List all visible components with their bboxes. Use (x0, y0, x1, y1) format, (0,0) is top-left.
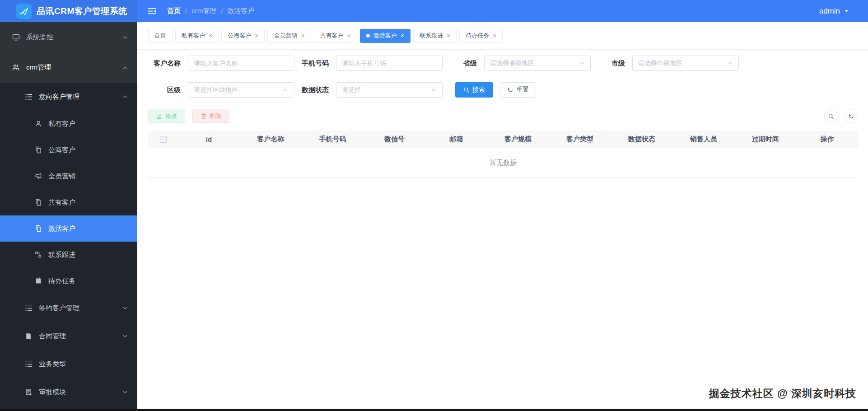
filter-field-city: 市级请选择市级地区 (593, 56, 739, 71)
tab-close-icon[interactable]: × (347, 33, 351, 39)
customer-name-input[interactable] (188, 56, 294, 71)
chevron-down-icon (727, 60, 733, 66)
column-header: 过期时间 (734, 135, 796, 144)
filter-label: 客户名称 (148, 59, 181, 68)
sidebar-item-label: 审批模块 (39, 388, 66, 397)
list-icon (25, 93, 33, 101)
chevron-up-icon (122, 93, 128, 100)
tab-public-customers[interactable]: 公海客户× (221, 29, 265, 43)
edit-button[interactable]: 修改 (148, 109, 185, 123)
column-header: 客户规模 (487, 135, 549, 144)
tab-close-icon[interactable]: × (209, 33, 212, 39)
list-icon (25, 304, 33, 312)
sidebar-item-label: 业务类型 (39, 360, 66, 369)
filter-label: 省级 (444, 59, 477, 68)
filter-field-customer-name: 客户名称 (148, 56, 294, 71)
filter-row-2: 区级请选择区级地区数据状态请选择 搜索 重置 (148, 82, 868, 98)
tab-activated-customers[interactable]: 激活客户× (360, 29, 411, 43)
table-toolbar: 修改 删除 (148, 109, 858, 123)
tab-label: 全员营销 (274, 32, 297, 40)
show-search-button[interactable] (824, 109, 838, 123)
user-menu[interactable]: admin (819, 7, 868, 16)
breadcrumb-separator: / (185, 7, 187, 15)
province-select[interactable]: 请选择省级地区 (484, 56, 591, 71)
tab-close-icon[interactable]: × (301, 33, 304, 39)
filter-field-province: 省级请选择省级地区 (444, 56, 591, 71)
filter-field-phone-number: 手机号码 (296, 56, 443, 71)
tab-close-icon[interactable]: × (401, 33, 404, 39)
select-placeholder: 请选择市级地区 (638, 59, 682, 67)
chevron-down-icon (122, 333, 128, 339)
customers-table: id客户名称手机号码微信号邮箱客户规模客户类型数据状态销售人员过期时间操作 暂无… (148, 131, 858, 178)
reset-button[interactable]: 重置 (500, 82, 536, 98)
sidebar-item-activated-customers[interactable]: 激活客户 (0, 215, 137, 242)
sidebar-item-label: 待办任务 (48, 277, 75, 285)
sidebar-item-system-monitor[interactable]: 系统监控 (0, 22, 137, 52)
sidebar-item-contact-follow-up[interactable]: 联系跟进 (0, 242, 137, 268)
breadcrumb-item[interactable]: crm管理 (191, 7, 216, 15)
column-header: 客户类型 (549, 135, 611, 144)
sidebar-item-crm-management[interactable]: crm管理 (0, 52, 137, 83)
tab-label: 公海客户 (228, 32, 251, 40)
sidebar-item-shared-customers[interactable]: 共有客户 (0, 189, 137, 215)
sidebar-item-label: 全员营销 (48, 172, 75, 181)
tab-contact-follow-up[interactable]: 联系跟进× (413, 29, 457, 43)
chevron-down-icon (579, 60, 585, 66)
breadcrumb-item[interactable]: 激活客户 (227, 7, 254, 15)
users-icon (12, 64, 20, 71)
tab-home[interactable]: 首页 (148, 29, 173, 43)
sidebar-item-business-type[interactable]: 业务类型 (0, 350, 137, 378)
sidebar-item-todo-tasks[interactable]: 待办任务 (0, 268, 137, 294)
tab-shared-customers[interactable]: 共有客户× (314, 29, 357, 43)
column-header: 微信号 (364, 135, 425, 144)
refresh-table-button[interactable] (845, 109, 858, 123)
tab-private-customers[interactable]: 私有客户× (175, 29, 219, 43)
sidebar-item-all-staff-marketing[interactable]: 全员营销 (0, 163, 137, 189)
tab-all-staff-marketing[interactable]: 全员营销× (267, 29, 311, 43)
sidebar-item-label: 系统监控 (26, 33, 53, 42)
tab-close-icon[interactable]: × (493, 33, 496, 39)
sidebar-item-label: 公海客户 (48, 146, 75, 154)
chevron-down-icon (122, 305, 128, 311)
sidebar-item-private-customers[interactable]: 私有客户 (0, 111, 137, 137)
open-tabs-bar: 首页私有客户×公海客户×全员营销×共有客户×激活客户×联系跟进×待办任务× (137, 22, 868, 50)
sidebar-item-signed-customer-management[interactable]: 签约客户管理 (0, 294, 137, 322)
filter-field-data-status: 数据状态请选择 (296, 82, 443, 98)
table-empty-state: 暂无数据 (148, 148, 858, 178)
sidebar-item-approval-module[interactable]: 审批模块 (0, 378, 137, 406)
doc-copy-icon (35, 225, 42, 232)
breadcrumb-separator: / (221, 7, 223, 15)
city-select[interactable]: 请选择市级地区 (632, 56, 739, 71)
data-status-select[interactable]: 请选择 (336, 82, 443, 98)
tab-close-icon[interactable]: × (255, 33, 258, 39)
tab-label: 联系跟进 (420, 32, 443, 40)
refresh-icon (848, 113, 854, 119)
horizontal-scrollbar[interactable] (0, 409, 868, 411)
tab-label: 待办任务 (466, 32, 489, 40)
sidebar-toggle-icon[interactable] (148, 7, 156, 15)
tab-label: 激活客户 (373, 32, 397, 40)
tab-close-icon[interactable]: × (447, 33, 450, 39)
tab-todo-tasks[interactable]: 待办任务× (459, 29, 503, 43)
app-title: 品讯CRM客户管理系统 (37, 5, 127, 17)
chevron-down-icon (430, 87, 437, 93)
filter-label: 手机号码 (296, 59, 329, 68)
sidebar-item-contract-management[interactable]: 合同管理 (0, 322, 137, 350)
chevron-up-icon (122, 65, 128, 71)
logo-area: 品讯CRM客户管理系统 (0, 0, 137, 22)
megaphone-icon (35, 173, 42, 180)
select-all-checkbox[interactable] (160, 136, 167, 143)
delete-button[interactable]: 删除 (192, 109, 229, 123)
doc-copy-icon (35, 199, 42, 206)
phone-number-input[interactable] (336, 56, 443, 71)
search-button[interactable]: 搜索 (455, 82, 493, 98)
sidebar-item-public-customers[interactable]: 公海客户 (0, 137, 137, 163)
list-icon (25, 360, 33, 368)
select-placeholder: 请选择 (342, 86, 361, 94)
sidebar-item-label: 共有客户 (48, 198, 75, 207)
sidebar-menu: 系统监控crm管理意向客户管理私有客户公海客户全员营销共有客户激活客户联系跟进待… (0, 22, 137, 409)
book-icon (25, 332, 33, 340)
district-select[interactable]: 请选择区级地区 (188, 82, 294, 98)
breadcrumb-item[interactable]: 首页 (167, 7, 181, 15)
sidebar-item-intent-customer-management[interactable]: 意向客户管理 (0, 83, 137, 111)
